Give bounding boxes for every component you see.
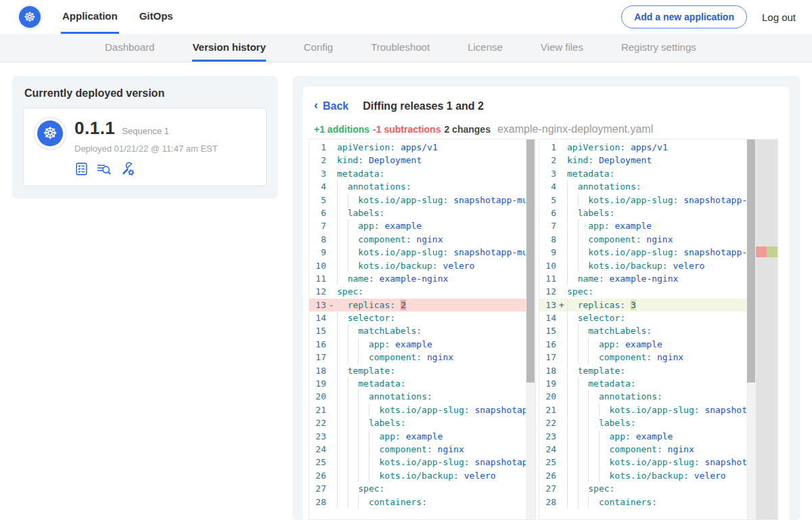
code-line: 26kots.io/backup: velero <box>539 469 777 482</box>
yaml-key: app: <box>380 431 401 441</box>
yaml-key: app: <box>588 221 609 231</box>
scrollbar-track[interactable] <box>746 139 756 519</box>
release-notes-icon[interactable] <box>74 162 89 176</box>
currently-deployed-panel: Currently deployed version ☸ 0.1.1 Seque… <box>12 76 277 198</box>
indent-guide <box>358 496 369 508</box>
yaml-value: apps/v1 <box>631 142 668 152</box>
kubernetes-logo-icon: ☸ <box>19 6 41 28</box>
line-number: 2 <box>309 154 326 167</box>
code-line: 18template: <box>309 364 535 377</box>
code-line: 9kots.io/app-slug: snapshotapp-mu <box>309 246 535 259</box>
indent-guide <box>567 430 578 443</box>
indent-guide <box>567 219 578 232</box>
indent-guide <box>567 390 578 403</box>
diff-pane-before[interactable]: 1apiVersion: apps/v12kind: Deployment3me… <box>309 139 536 520</box>
yaml-key: spec: <box>337 286 363 297</box>
indent-guide <box>567 259 578 272</box>
line-number: 19 <box>539 377 556 390</box>
code-line: 21kots.io/app-slug: snapshotap <box>539 404 777 416</box>
yaml-value: velero <box>464 471 496 481</box>
subtab-view-files[interactable]: View files <box>541 34 583 62</box>
indent-guide <box>337 180 348 193</box>
indent-guide <box>578 416 589 429</box>
code-line: 24component: nginx <box>309 443 535 456</box>
indent-guide <box>567 351 578 364</box>
add-new-application-button[interactable]: Add a new application <box>621 5 747 28</box>
yaml-key: kots.io/app-slug: <box>380 457 470 467</box>
indent-guide <box>588 443 599 456</box>
code-line: 9kots.io/app-slug: snapshotapp-mu <box>539 246 777 259</box>
diff-marker <box>326 364 337 377</box>
indent-guide <box>578 324 589 337</box>
code-line: 2kind: Deployment <box>539 154 777 167</box>
line-number: 14 <box>309 311 326 324</box>
diff-pane-after[interactable]: 1apiVersion: apps/v12kind: Deployment3me… <box>539 139 778 520</box>
code-line: 8component: nginx <box>539 233 777 246</box>
indent-guide <box>369 469 380 482</box>
yaml-value: snapshotap <box>474 405 527 415</box>
yaml-key: matchLabels: <box>588 326 652 336</box>
subtab-license[interactable]: License <box>468 34 503 62</box>
code-line: 10kots.io/backup: velero <box>539 259 777 272</box>
subtab-troubleshoot[interactable]: Troubleshoot <box>371 34 430 62</box>
line-number: 11 <box>309 272 326 285</box>
subtab-version-history[interactable]: Version history <box>192 34 265 62</box>
indent-guide <box>567 496 578 508</box>
scrollbar-thumb[interactable] <box>526 139 535 383</box>
line-number: 6 <box>309 207 326 219</box>
indent-guide <box>567 311 578 324</box>
top-nav: ☸ Application GitOps Add a new applicati… <box>0 0 812 34</box>
code-line: 4annotations: <box>309 180 535 193</box>
yaml-key: apiVersion: <box>567 142 625 152</box>
diff-overview-ruler[interactable] <box>756 139 777 519</box>
indent-guide <box>567 443 578 456</box>
yaml-value: nginx <box>668 444 694 454</box>
subtab-dashboard[interactable]: Dashboard <box>105 34 154 62</box>
scrollbar-thumb[interactable] <box>747 139 755 383</box>
subtab-registry-settings[interactable]: Registry settings <box>621 34 696 62</box>
yaml-key: selector: <box>578 313 625 323</box>
indent-guide <box>567 364 578 377</box>
scrollbar-track[interactable] <box>526 139 535 519</box>
line-number: 24 <box>539 443 556 456</box>
code-line: 14selector: <box>539 311 777 324</box>
code-line: 23app: example <box>539 430 777 443</box>
diff-marker <box>326 167 337 180</box>
logout-link[interactable]: Log out <box>762 12 796 23</box>
line-number: 15 <box>309 324 326 337</box>
indent-guide <box>588 456 599 469</box>
line-number: 10 <box>539 259 556 272</box>
line-number: 8 <box>309 233 326 246</box>
code-line: 13-replicas: 2 <box>309 299 535 311</box>
indent-guide <box>348 324 359 337</box>
indent-guide <box>567 456 578 469</box>
yaml-value: example <box>614 221 652 231</box>
line-number: 20 <box>309 390 326 403</box>
yaml-value: nginx <box>438 444 464 454</box>
back-button[interactable]: ‹ Back <box>314 99 348 113</box>
yaml-key: labels: <box>348 208 385 218</box>
subtab-config[interactable]: Config <box>304 34 333 62</box>
deploy-logs-icon[interactable] <box>96 162 112 176</box>
edit-config-icon[interactable] <box>120 161 135 176</box>
diff-marker <box>326 272 337 285</box>
yaml-value: apps/v1 <box>401 142 438 152</box>
tab-application[interactable]: Application <box>61 0 119 34</box>
code-line: 20annotations: <box>309 390 535 403</box>
indent-guide <box>567 180 578 193</box>
diff-marker <box>326 377 337 390</box>
diff-marker <box>326 338 337 351</box>
yaml-key: kots.io/app-slug: <box>588 195 678 205</box>
version-number: 0.1.1 <box>74 118 115 139</box>
diff-marker <box>556 456 567 469</box>
yaml-key: replicas: <box>578 300 625 310</box>
line-number: 25 <box>309 456 326 469</box>
line-number: 26 <box>309 469 326 482</box>
code-line: 22labels: <box>539 416 777 429</box>
indent-guide <box>358 351 369 364</box>
indent-guide <box>337 194 348 207</box>
diff-marker <box>556 390 567 403</box>
line-number: 14 <box>539 311 556 324</box>
yaml-value: example <box>384 221 422 231</box>
tab-gitops[interactable]: GitOps <box>138 0 175 34</box>
